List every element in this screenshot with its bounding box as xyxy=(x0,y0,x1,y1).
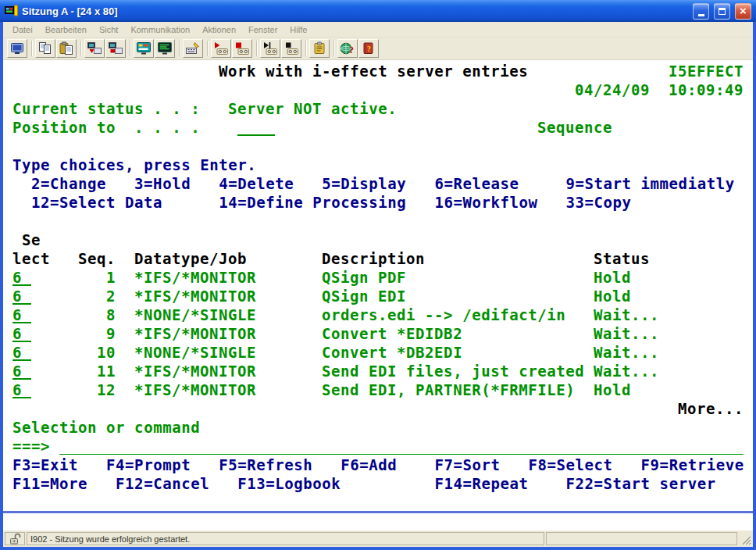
seq-cell: 1 xyxy=(106,268,116,287)
column-header-seq: Seq. xyxy=(78,249,116,268)
toolbar-separator xyxy=(77,39,84,58)
svg-text:?: ? xyxy=(367,45,371,53)
toolbar-button-paste[interactable] xyxy=(56,39,77,58)
receive-file-icon xyxy=(108,41,123,55)
select-field[interactable]: 6 xyxy=(12,380,31,398)
menu-bearbeiten[interactable]: Bearbeiten xyxy=(39,23,93,36)
keyboard-setup-icon xyxy=(185,41,201,55)
type-cell: *NONE/*SINGLE xyxy=(134,305,256,324)
desc-cell: Convert *EDIDB2 xyxy=(322,324,462,343)
toolbar-separator xyxy=(302,39,309,58)
menu-kommunikation[interactable]: Kommunikation xyxy=(124,23,196,36)
window-title: Sitzung A - [24 x 80] xyxy=(22,5,688,17)
toolbar-button-copy[interactable] xyxy=(35,39,55,58)
menu-datei[interactable]: Datei xyxy=(6,23,39,36)
desc-cell: orders.edi --> /edifact/in xyxy=(322,305,565,324)
select-field[interactable]: 6 xyxy=(12,343,31,361)
mdi-background xyxy=(3,513,753,530)
seq-cell: 2 xyxy=(106,287,116,305)
desc-cell: Convert *DB2EDI xyxy=(322,343,462,362)
select-field[interactable]: 6 xyxy=(12,324,31,342)
menu-aktionen[interactable]: Aktionen xyxy=(196,23,242,36)
status-cell: Hold xyxy=(594,380,631,399)
seq-cell: 11 xyxy=(97,362,116,380)
command-prompt: ===> xyxy=(12,437,50,455)
toolbar-button-keyboard-setup[interactable] xyxy=(183,39,203,58)
column-header-description: Description xyxy=(322,249,425,268)
toolbar-button-quit-macro[interactable] xyxy=(281,39,301,58)
terminal-screen[interactable]: Work with i-effect server entriesI5EFFEC… xyxy=(3,60,753,511)
close-button[interactable]: × xyxy=(735,3,751,20)
toolbar-button-receive-file[interactable] xyxy=(105,39,126,58)
status-cell: Wait... xyxy=(594,305,659,324)
maximize-icon xyxy=(719,8,726,15)
options-line-2: 12=Select Data 14=Define Processing 16=W… xyxy=(31,193,632,212)
seq-cell: 10 xyxy=(97,343,116,362)
print-screen-icon xyxy=(9,41,25,55)
toolbar-button-play-macro[interactable] xyxy=(260,39,280,58)
svg-text:?: ? xyxy=(349,45,354,55)
desc-cell: QSign PDF xyxy=(322,268,406,287)
play-macro-icon xyxy=(262,41,278,55)
status-bar: I902 - Sitzung wurde erfolgreich gestart… xyxy=(3,530,753,547)
toolbar-button-clipboard[interactable] xyxy=(309,39,330,58)
copy-icon xyxy=(37,41,53,55)
desc-cell: Send EDI, PARTNER(*FRMFILE) xyxy=(322,380,575,399)
desc-cell: Send EDI files, just created xyxy=(322,362,584,380)
status-cell: Wait... xyxy=(594,362,659,380)
toolbar-button-send-file[interactable] xyxy=(84,39,105,58)
maximize-button[interactable] xyxy=(714,3,730,20)
toolbar-button-stop-record[interactable] xyxy=(232,39,252,58)
minimize-icon xyxy=(698,14,704,16)
sequence-label: Sequence xyxy=(537,118,612,137)
position-to-field[interactable] xyxy=(237,118,275,136)
toolbar-button-print-screen[interactable] xyxy=(7,39,27,58)
resize-grip[interactable] xyxy=(739,532,751,545)
minimize-button[interactable] xyxy=(693,3,709,20)
toolbar-separator xyxy=(127,39,134,58)
column-header-select: lect xyxy=(12,249,50,268)
type-cell: *IFS/*MONITOR xyxy=(134,287,256,305)
title-bar[interactable]: Sitzung A - [24 x 80] × xyxy=(0,0,756,22)
toolbar-button-internet-help[interactable]: ? xyxy=(337,39,358,58)
paste-icon xyxy=(59,41,74,55)
column-header-type: Datatype/Job xyxy=(134,249,247,268)
status-cell: Hold xyxy=(594,287,631,305)
menu-hilfe[interactable]: Hilfe xyxy=(284,23,313,36)
status-cell: Hold xyxy=(594,268,631,287)
select-field[interactable]: 6 xyxy=(12,268,31,286)
type-cell: *IFS/*MONITOR xyxy=(134,380,256,399)
toolbar-separator xyxy=(253,39,260,58)
display-setup-icon xyxy=(136,41,152,55)
type-cell: *IFS/*MONITOR xyxy=(134,268,256,287)
screen-time: 10:09:49 xyxy=(669,80,744,99)
clipboard-icon xyxy=(312,41,327,55)
screen-title: Work with i-effect server entries xyxy=(219,62,528,80)
stop-record-icon xyxy=(234,41,250,55)
command-input[interactable] xyxy=(59,437,744,455)
toolbar-separator xyxy=(204,39,211,58)
seq-cell: 8 xyxy=(106,305,116,324)
session-window: Sitzung A - [24 x 80] × Datei Bearbeiten… xyxy=(0,0,756,550)
desc-cell: QSign EDI xyxy=(322,287,406,305)
current-status-label: Current status . . : xyxy=(12,99,200,118)
toolbar-separator xyxy=(28,39,35,58)
toolbar-button-record-macro[interactable] xyxy=(211,39,231,58)
menu-fenster[interactable]: Fenster xyxy=(242,23,284,36)
seq-cell: 12 xyxy=(97,380,116,399)
type-cell: *NONE/*SINGLE xyxy=(134,343,256,362)
status-message: I902 - Sitzung wurde erfolgreich gestart… xyxy=(27,532,544,545)
toolbar-button-color-setup[interactable] xyxy=(155,39,175,58)
toolbar-button-display-setup[interactable] xyxy=(134,39,154,58)
select-field[interactable]: 6 xyxy=(12,362,31,380)
color-setup-icon xyxy=(157,41,173,55)
more-indicator: More... xyxy=(678,399,744,418)
instructions-line: Type choices, press Enter. xyxy=(12,155,256,174)
select-field[interactable]: 6 xyxy=(12,287,31,305)
help-icon: ? xyxy=(361,41,376,55)
menu-sicht[interactable]: Sicht xyxy=(93,23,124,36)
position-to-label: Position to . . . . xyxy=(12,118,200,137)
select-field[interactable]: 6 xyxy=(12,305,31,323)
toolbar-button-help[interactable]: ? xyxy=(358,39,379,58)
function-keys-line-1: F3=Exit F4=Prompt F5=Refresh F6=Add F7=S… xyxy=(12,455,744,474)
